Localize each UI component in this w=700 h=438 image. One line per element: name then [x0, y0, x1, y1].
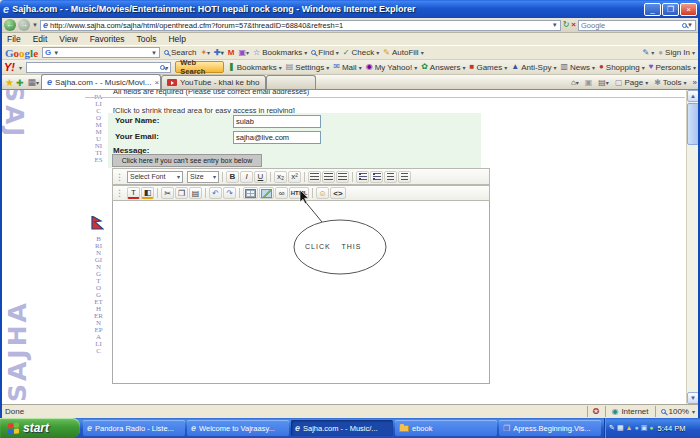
start-button[interactable]: start — [0, 418, 80, 438]
menu-favorites[interactable]: Favorites — [90, 34, 125, 44]
bullet-list-button[interactable] — [356, 171, 369, 183]
editor-body[interactable] — [112, 201, 490, 384]
font-select[interactable]: Select Font▾ — [127, 171, 183, 183]
entry-box-button[interactable]: Click here if you can't see entry box be… — [112, 154, 262, 167]
size-select[interactable]: Size▾ — [187, 171, 219, 183]
menu-tools[interactable]: Tools — [137, 34, 157, 44]
task-sajha[interactable]: eSajha.com - - Music/... — [291, 420, 393, 436]
undo-button[interactable]: ↶ — [209, 187, 222, 199]
autofill-button[interactable]: ✎AutoFill▾ — [383, 48, 423, 57]
zoom-dropdown-icon[interactable]: ▾ — [692, 408, 695, 415]
url-input[interactable] — [50, 21, 550, 30]
yahoo-antispy[interactable]: ▲Anti-Spy▾ — [511, 63, 556, 72]
yahoo-mail[interactable]: ✉Mail▾ — [333, 63, 361, 72]
new-tab-stub[interactable] — [266, 75, 316, 89]
share-icon[interactable]: ✦▾ — [200, 49, 210, 57]
gmail-icon[interactable]: M — [228, 49, 235, 57]
insert-image-button[interactable] — [259, 187, 274, 199]
zoom-control[interactable]: 100% ▾ — [655, 406, 695, 417]
chevron-icon[interactable]: » — [693, 79, 697, 87]
insert-table-button[interactable] — [243, 187, 258, 199]
yahoo-answers[interactable]: ✿Answers▾ — [421, 63, 465, 72]
task-welcome[interactable]: eWelcome to Vajraasy... — [187, 420, 289, 436]
insert-link-button[interactable]: ∞ — [275, 187, 288, 199]
yahoo-logo-dropdown[interactable]: ▾ — [19, 64, 22, 71]
yahoo-bookmarks[interactable]: ❚Bookmarks▾ — [228, 63, 282, 72]
tray-display-icon[interactable]: ▦ — [617, 424, 624, 432]
forward-button[interactable]: → — [18, 19, 30, 31]
spellcheck-button[interactable]: ✓Check▾ — [343, 48, 379, 57]
tab-sajha[interactable]: e Sajha.com - - Music/Movi... × — [41, 74, 161, 89]
redo-button[interactable]: ↷ — [223, 187, 236, 199]
email-input[interactable] — [233, 131, 321, 144]
close-button[interactable]: × — [680, 3, 697, 16]
cut-button[interactable]: ✂ — [161, 187, 174, 199]
tray-network-icon[interactable]: ▣ — [641, 424, 648, 432]
yahoo-settings[interactable]: ▤Settings▾ — [286, 63, 329, 72]
favorites-star-icon[interactable]: ★ — [5, 79, 14, 87]
search-input[interactable] — [581, 21, 682, 30]
stop-button[interactable]: × — [571, 20, 576, 30]
find-button[interactable]: Find▾ — [311, 48, 339, 57]
underline-button[interactable]: U — [254, 171, 267, 183]
refresh-button[interactable]: ↻ — [563, 20, 570, 30]
task-apress[interactable]: ❐Apress.Beginning.Vis... — [499, 420, 601, 436]
tray-pencil-icon[interactable]: ✎ — [609, 424, 615, 432]
menu-view[interactable]: View — [59, 34, 77, 44]
add-favorite-icon[interactable]: ✚ — [16, 79, 24, 87]
source-code-button[interactable]: <> — [330, 187, 346, 199]
highlight-color-button[interactable]: ◧ — [141, 187, 154, 199]
yahoo-logo[interactable]: Y! — [4, 61, 15, 73]
page-menu[interactable]: ▢Page▾ — [615, 78, 648, 87]
google-search-input[interactable] — [61, 48, 149, 57]
text-color-button[interactable]: T — [127, 187, 140, 199]
google-bookmarks-button[interactable]: ☆Bookmarks▾ — [253, 48, 307, 57]
page-scrollbar[interactable]: ▲ ▼ — [686, 90, 698, 404]
google-search-button[interactable]: Search — [164, 48, 196, 57]
subscript-button[interactable]: x₂ — [274, 171, 287, 183]
quick-tabs-icon[interactable]: ▦▾ — [28, 78, 40, 87]
g-dropdown-icon[interactable]: ▼ — [53, 50, 59, 56]
superscript-button[interactable]: x² — [288, 171, 301, 183]
menu-help[interactable]: Help — [168, 34, 185, 44]
search-icon[interactable] — [682, 23, 687, 28]
tray-messenger-icon[interactable]: ● — [634, 424, 638, 432]
url-dropdown-icon[interactable]: ▼ — [552, 22, 558, 28]
tray-volume-icon[interactable]: ● — [649, 424, 653, 432]
align-center-button[interactable] — [322, 171, 335, 183]
yahoo-games[interactable]: ■Games▾ — [470, 63, 508, 72]
yahoo-personals[interactable]: ♥Personals▾ — [649, 63, 696, 72]
restore-button[interactable]: ❐ — [662, 3, 679, 16]
print-icon[interactable]: ▤▾ — [598, 79, 609, 87]
tab-youtube[interactable]: YouTube - khai ke bho — [161, 75, 265, 89]
align-left-button[interactable] — [308, 171, 321, 183]
task-pandora[interactable]: ePandora Radio - Liste... — [83, 420, 185, 436]
paste-button[interactable]: ▤ — [189, 187, 202, 199]
history-dropdown-icon[interactable]: ▼ — [32, 22, 38, 28]
tray-warning-icon[interactable]: ▲ — [626, 424, 633, 432]
menu-edit[interactable]: Edit — [33, 34, 48, 44]
feeds-icon[interactable]: ▣ — [585, 79, 593, 87]
indent-button[interactable] — [398, 171, 411, 183]
drag-handle-icon[interactable]: ⋮ — [115, 188, 124, 198]
name-input[interactable] — [233, 115, 321, 128]
web-search-button[interactable]: Web Search — [175, 61, 224, 73]
yahoo-my-yahoo[interactable]: ◉My Yahoo!▾ — [366, 63, 418, 72]
outdent-button[interactable] — [384, 171, 397, 183]
bold-button[interactable]: B — [226, 171, 239, 183]
sign-in-button[interactable]: ●Sign In▾ — [658, 48, 695, 57]
yahoo-search-input[interactable] — [29, 63, 160, 72]
numbered-list-button[interactable] — [370, 171, 383, 183]
photos-icon[interactable]: ▣▾ — [238, 49, 249, 57]
copy-button[interactable]: ❐ — [175, 187, 188, 199]
close-tab-icon[interactable]: × — [155, 78, 160, 87]
add-icon[interactable]: ✚▾ — [214, 49, 224, 57]
minimize-button[interactable]: _ — [644, 3, 661, 16]
yahoo-shopping[interactable]: ●Shopping▾ — [599, 63, 645, 72]
google-search-dropdown[interactable]: ▼ — [151, 50, 157, 56]
align-right-button[interactable] — [336, 171, 349, 183]
toolbar-pen-icon[interactable]: ✎▾ — [643, 48, 655, 57]
html-button[interactable]: HTML — [289, 187, 309, 199]
tools-menu[interactable]: ✱Tools▾ — [654, 78, 686, 87]
italic-button[interactable]: I — [240, 171, 253, 183]
